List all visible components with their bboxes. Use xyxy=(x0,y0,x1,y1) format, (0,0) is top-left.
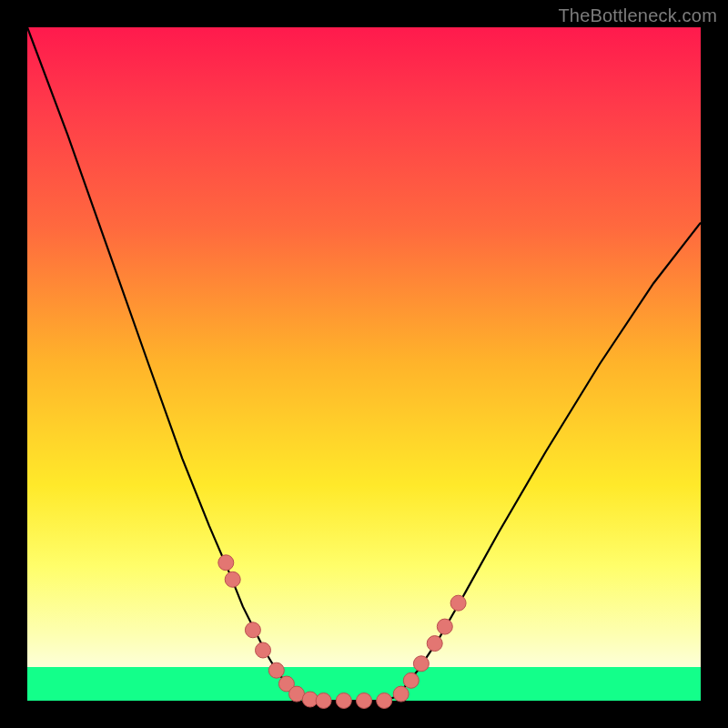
data-point xyxy=(393,686,409,702)
data-point xyxy=(450,595,466,611)
chart-svg xyxy=(27,27,701,701)
data-point xyxy=(316,693,331,709)
curve-path xyxy=(27,27,701,701)
points-group xyxy=(218,555,466,709)
chart-frame: TheBottleneck.com xyxy=(0,0,728,728)
data-point xyxy=(268,662,284,678)
plot-area xyxy=(27,27,701,701)
data-point xyxy=(336,693,351,709)
data-point xyxy=(218,555,234,571)
data-point xyxy=(403,672,419,688)
watermark-text: TheBottleneck.com xyxy=(558,5,717,26)
data-point xyxy=(427,636,442,652)
data-point xyxy=(245,622,260,638)
data-point xyxy=(377,693,392,709)
data-point xyxy=(437,619,452,634)
data-point xyxy=(413,656,429,672)
data-point xyxy=(256,642,271,658)
data-point xyxy=(225,571,240,587)
data-point xyxy=(357,693,372,709)
